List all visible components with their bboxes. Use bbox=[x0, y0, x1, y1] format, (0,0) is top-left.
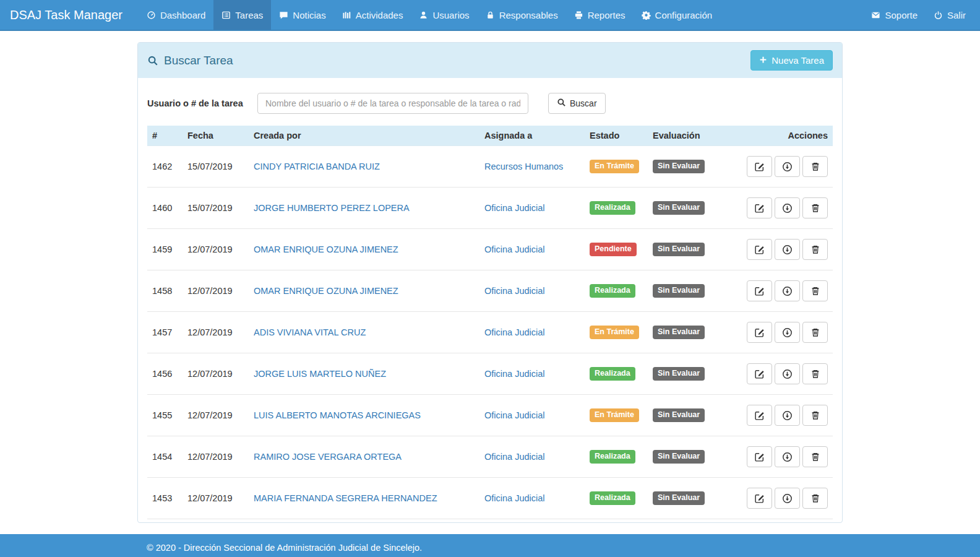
task-assignee-link[interactable]: Oficina Judicial bbox=[484, 452, 545, 462]
edit-task-button[interactable] bbox=[747, 405, 772, 426]
edit-task-button[interactable] bbox=[747, 488, 772, 509]
task-id: 1460 bbox=[147, 188, 183, 229]
task-id: 1457 bbox=[147, 312, 183, 353]
task-assignee-link[interactable]: Oficina Judicial bbox=[484, 327, 545, 337]
nav-item-noticias[interactable]: Noticias bbox=[271, 0, 333, 30]
nav-item-configuracion[interactable]: Configuración bbox=[634, 0, 721, 30]
download-task-button[interactable] bbox=[775, 488, 800, 509]
task-creator-link[interactable]: CINDY PATRICIA BANDA RUIZ bbox=[254, 162, 380, 171]
footer: © 2020 - Dirección Seccional de Administ… bbox=[0, 534, 980, 557]
panel-body: Usuario o # de la tarea Buscar # bbox=[138, 78, 842, 523]
download-task-button[interactable] bbox=[775, 280, 800, 301]
task-assignee-link[interactable]: Recursos Humanos bbox=[484, 162, 563, 171]
download-task-button[interactable] bbox=[775, 446, 800, 467]
nav-item-dashboard[interactable]: Dashboard bbox=[139, 0, 213, 30]
task-assignee-link[interactable]: Oficina Judicial bbox=[484, 410, 545, 420]
edit-task-button[interactable] bbox=[747, 446, 772, 467]
status-badge: En Trámite bbox=[590, 408, 639, 422]
circle-arrow-down-icon bbox=[782, 203, 793, 214]
task-date: 12/07/2019 bbox=[183, 353, 249, 395]
task-creator-link[interactable]: JORGE LUIS MARTELO NUÑEZ bbox=[254, 369, 386, 379]
edit-icon bbox=[754, 369, 765, 379]
task-table: # Fecha Creada por Asignada a Estado Eva… bbox=[147, 126, 833, 523]
task-date: 12/07/2019 bbox=[183, 395, 249, 436]
edit-task-button[interactable] bbox=[747, 156, 772, 177]
navbar-menu: Dashboard Tareas Noticias Actividades Us… bbox=[139, 0, 720, 30]
task-creator-link[interactable]: LUIS ALBERTO MANOTAS ARCINIEGAS bbox=[254, 410, 421, 420]
download-task-button[interactable] bbox=[775, 197, 800, 218]
power-icon bbox=[934, 11, 943, 20]
task-assignee-link[interactable]: Oficina Judicial bbox=[484, 244, 545, 254]
table-row: 145912/07/2019OMAR ENRIQUE OZUNA JIMENEZ… bbox=[147, 229, 833, 270]
task-id: 1453 bbox=[147, 478, 183, 519]
delete-task-button[interactable] bbox=[802, 322, 828, 343]
download-task-button[interactable] bbox=[775, 405, 800, 426]
trash-icon bbox=[810, 286, 820, 296]
trash-icon bbox=[810, 452, 820, 462]
nav-label: Usuarios bbox=[432, 10, 469, 20]
search-input[interactable] bbox=[257, 93, 528, 114]
task-creator-link[interactable]: ADIS VIVIANA VITAL CRUZ bbox=[254, 327, 366, 337]
task-creator-link[interactable]: OMAR ENRIQUE OZUNA JIMENEZ bbox=[254, 286, 398, 296]
task-id: 1455 bbox=[147, 395, 183, 436]
download-task-button[interactable] bbox=[775, 363, 800, 384]
delete-task-button[interactable] bbox=[802, 405, 828, 426]
edit-task-button[interactable] bbox=[747, 197, 772, 218]
nav-item-salir[interactable]: Salir bbox=[926, 0, 974, 30]
nav-item-tareas[interactable]: Tareas bbox=[213, 0, 271, 30]
download-task-button[interactable] bbox=[775, 239, 800, 260]
delete-task-button[interactable] bbox=[802, 446, 828, 467]
delete-task-button[interactable] bbox=[802, 488, 828, 509]
task-assignee-link[interactable]: Oficina Judicial bbox=[484, 493, 545, 503]
edit-icon bbox=[754, 410, 765, 421]
edit-task-button[interactable] bbox=[747, 322, 772, 343]
col-header-creada-por: Creada por bbox=[249, 126, 479, 146]
table-row: 146015/07/2019JORGE HUMBERTO PEREZ LOPER… bbox=[147, 188, 833, 229]
nav-item-actividades[interactable]: Actividades bbox=[334, 0, 411, 30]
task-assignee-link[interactable]: Oficina Judicial bbox=[484, 286, 545, 296]
col-header-estado: Estado bbox=[585, 126, 648, 146]
table-row: 145412/07/2019RAMIRO JOSE VERGARA ORTEGA… bbox=[147, 436, 833, 478]
col-header-acciones: Acciones bbox=[736, 126, 833, 146]
edit-task-button[interactable] bbox=[747, 239, 772, 260]
task-assignee-link[interactable]: Oficina Judicial bbox=[484, 203, 545, 213]
table-row: 145712/07/2019ADIS VIVIANA VITAL CRUZOfi… bbox=[147, 312, 833, 353]
evaluation-badge: Sin Evaluar bbox=[653, 367, 705, 381]
search-button[interactable]: Buscar bbox=[548, 93, 606, 114]
task-creator-link[interactable]: OMAR ENRIQUE OZUNA JIMENEZ bbox=[254, 244, 398, 254]
task-date: 12/07/2019 bbox=[183, 436, 249, 478]
nav-item-reportes[interactable]: Reportes bbox=[566, 0, 634, 30]
task-creator-link[interactable]: JORGE HUMBERTO PEREZ LOPERA bbox=[254, 203, 410, 213]
table-row: 145512/07/2019LUIS ALBERTO MANOTAS ARCIN… bbox=[147, 395, 833, 436]
circle-arrow-down-icon bbox=[782, 369, 793, 379]
task-creator-link[interactable]: MARIA FERNANDA SEGRERA HERNANDEZ bbox=[254, 493, 437, 503]
edit-task-button[interactable] bbox=[747, 363, 772, 384]
panel-heading: Buscar Tarea Nueva Tarea bbox=[138, 43, 842, 78]
dashboard-icon bbox=[147, 11, 156, 20]
delete-task-button[interactable] bbox=[802, 239, 828, 260]
app-brand[interactable]: DSAJ Task Manager bbox=[10, 0, 123, 30]
nav-label: Salir bbox=[947, 10, 966, 20]
footer-text: © 2020 - Dirección Seccional de Administ… bbox=[147, 543, 422, 553]
nav-item-soporte[interactable]: Soporte bbox=[863, 0, 926, 30]
task-assignee-link[interactable]: Oficina Judicial bbox=[484, 369, 545, 379]
download-task-button[interactable] bbox=[775, 156, 800, 177]
edit-icon bbox=[754, 327, 765, 338]
delete-task-button[interactable] bbox=[802, 156, 828, 177]
trash-icon bbox=[810, 327, 820, 337]
new-task-button[interactable]: Nueva Tarea bbox=[750, 50, 833, 71]
user-icon bbox=[419, 11, 428, 20]
task-id: 1462 bbox=[147, 146, 183, 188]
delete-task-button[interactable] bbox=[802, 280, 828, 301]
nav-item-usuarios[interactable]: Usuarios bbox=[411, 0, 477, 30]
nav-item-responsables[interactable]: Responsables bbox=[478, 0, 566, 30]
delete-task-button[interactable] bbox=[802, 363, 828, 384]
download-task-button[interactable] bbox=[775, 322, 800, 343]
table-header-row: # Fecha Creada por Asignada a Estado Eva… bbox=[147, 126, 833, 146]
nav-label: Soporte bbox=[885, 10, 918, 20]
search-task-panel: Buscar Tarea Nueva Tarea Usuario o # de … bbox=[137, 42, 843, 523]
task-creator-link[interactable]: RAMIRO JOSE VERGARA ORTEGA bbox=[254, 452, 402, 462]
edit-task-button[interactable] bbox=[747, 280, 772, 301]
delete-task-button[interactable] bbox=[802, 197, 828, 218]
status-badge: Realizada bbox=[590, 491, 635, 505]
